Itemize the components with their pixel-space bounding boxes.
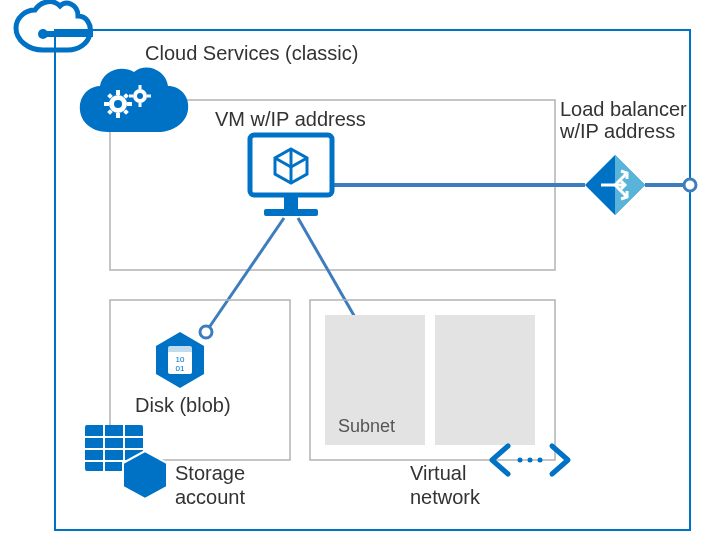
- svg-rect-14: [139, 103, 142, 107]
- load-balancer-icon: [585, 155, 645, 215]
- disk-label: Disk (blob): [135, 394, 231, 416]
- svg-rect-5: [104, 102, 109, 106]
- vm-icon: [250, 135, 332, 216]
- disk-endpoint-dot: [200, 326, 212, 338]
- connector-vm-disk: [206, 218, 284, 332]
- svg-point-43: [528, 458, 533, 463]
- svg-rect-16: [147, 95, 151, 98]
- svg-rect-1: [43, 31, 93, 37]
- svg-rect-6: [127, 102, 132, 106]
- svg-text:01: 01: [176, 364, 185, 373]
- diagram-title: Cloud Services (classic): [145, 42, 358, 64]
- disk-icon: 10 01: [156, 332, 204, 388]
- svg-rect-20: [264, 209, 318, 216]
- storage-label-1: Storage: [175, 462, 245, 484]
- connector-vm-subnet: [298, 218, 360, 326]
- svg-rect-32: [168, 346, 192, 352]
- svg-rect-4: [116, 113, 120, 118]
- vm-label: VM w/IP address: [215, 108, 366, 130]
- svg-point-44: [538, 458, 543, 463]
- vnet-label-2: network: [410, 486, 481, 508]
- storage-account-icon: [85, 425, 167, 499]
- svg-text:10: 10: [176, 355, 185, 364]
- lb-label-1: Load balancer: [560, 98, 687, 120]
- svg-point-11: [114, 100, 122, 108]
- svg-point-17: [137, 93, 143, 99]
- svg-point-42: [518, 458, 523, 463]
- lb-label-2: w/IP address: [559, 120, 675, 142]
- svg-rect-3: [116, 90, 120, 95]
- subnet-2: [435, 315, 535, 445]
- subnet-label: Subnet: [338, 416, 395, 436]
- svg-rect-13: [139, 85, 142, 89]
- cloud-gears-icon: [80, 68, 188, 132]
- lb-endpoint-dot: [684, 179, 696, 191]
- svg-rect-15: [129, 95, 133, 98]
- svg-rect-19: [284, 195, 298, 209]
- vnet-label-1: Virtual: [410, 462, 466, 484]
- storage-label-2: account: [175, 486, 245, 508]
